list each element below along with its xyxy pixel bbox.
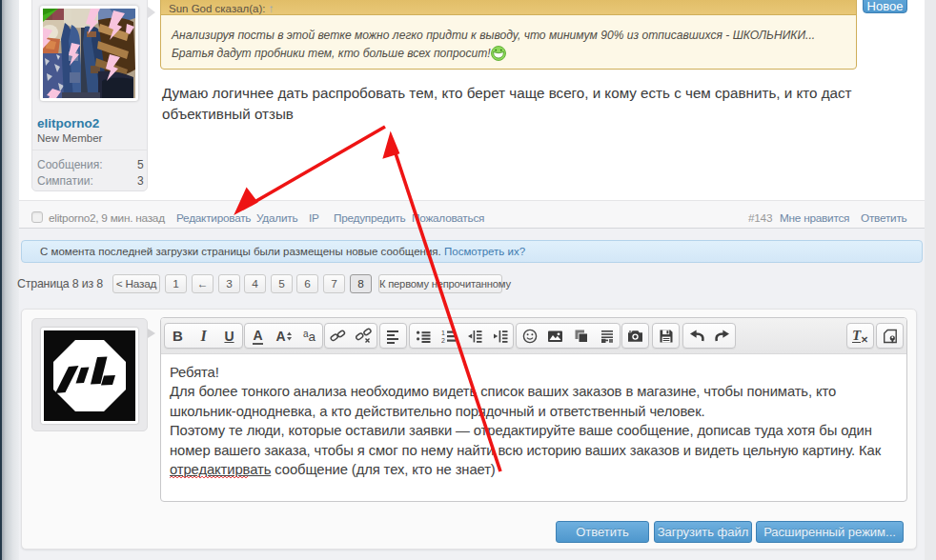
svg-text:1: 1 (441, 329, 445, 335)
svg-text:2: 2 (441, 337, 445, 344)
